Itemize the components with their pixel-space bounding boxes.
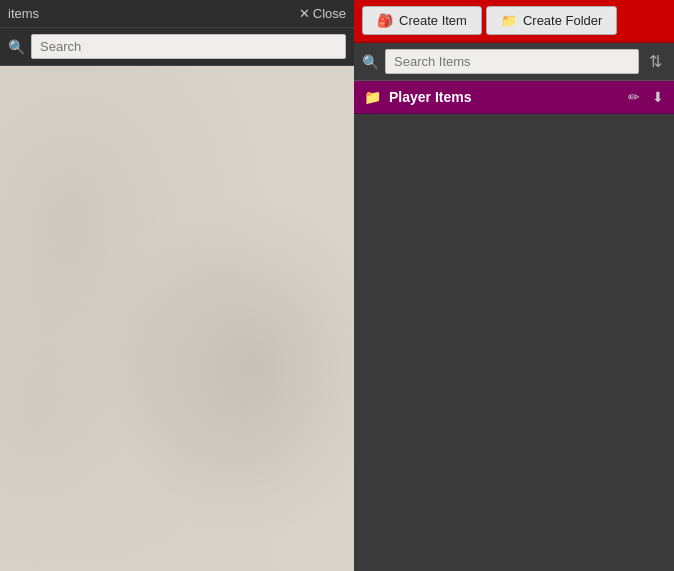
folder-icon: 📁 (364, 89, 381, 105)
left-search-bar: 🔍 (0, 28, 354, 66)
sort-icon[interactable]: ⇅ (645, 50, 666, 73)
left-header: items ✕ Close (0, 0, 354, 28)
create-folder-button[interactable]: 📁 Create Folder (486, 6, 617, 35)
right-search-input[interactable] (385, 49, 639, 74)
right-panel: 🎒 Create Item 📁 Create Folder 🔍 ⇅ 📁 Play… (354, 0, 674, 571)
player-items-row[interactable]: 📁 Player Items ✏ ⬇ (354, 81, 674, 114)
create-folder-label: Create Folder (523, 13, 602, 28)
left-search-input[interactable] (31, 34, 346, 59)
close-icon: ✕ (299, 6, 310, 21)
search-icon-left: 🔍 (8, 39, 25, 55)
create-item-button[interactable]: 🎒 Create Item (362, 6, 482, 35)
right-search-bar: 🔍 ⇅ (354, 43, 674, 81)
create-folder-icon: 📁 (501, 13, 517, 28)
search-icon-right: 🔍 (362, 54, 379, 70)
right-content-area (354, 114, 674, 571)
left-panel: items ✕ Close 🔍 (0, 0, 354, 571)
player-items-label: Player Items (389, 89, 616, 105)
left-panel-title: items (8, 6, 39, 21)
right-top-bar: 🎒 Create Item 📁 Create Folder (354, 0, 674, 43)
create-item-label: Create Item (399, 13, 467, 28)
left-content-area (0, 66, 354, 571)
edit-icon[interactable]: ✏ (628, 89, 640, 105)
create-item-icon: 🎒 (377, 13, 393, 28)
close-label: Close (313, 6, 346, 21)
close-button[interactable]: ✕ Close (299, 6, 346, 21)
download-icon[interactable]: ⬇ (652, 89, 664, 105)
